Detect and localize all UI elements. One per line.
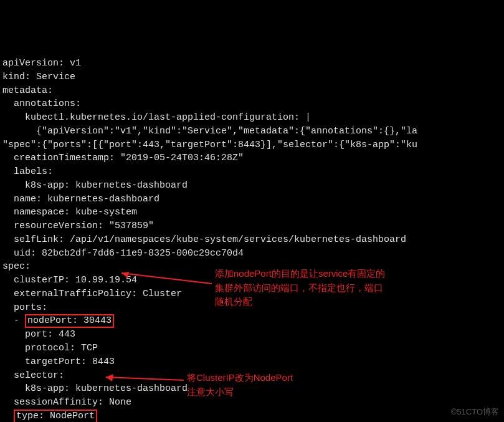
arrow-icon	[100, 371, 187, 390]
code-block: apiVersion: v1 kind: Service metadata: a…	[2, 57, 502, 422]
svg-line-2	[106, 377, 184, 380]
annotation-text: 添加nodePort的目的是让service有固定的	[215, 268, 385, 279]
code-line: {"apiVersion":"v1","kind":"Service","met…	[2, 126, 417, 137]
code-line: protocol: TCP	[2, 343, 98, 353]
code-line: labels:	[2, 166, 53, 177]
svg-marker-3	[106, 374, 113, 381]
highlight-nodeport: nodePort: 30443	[25, 314, 114, 328]
code-line	[2, 411, 14, 421]
code-line: creationTimestamp: "2019-05-24T03:46:28Z…	[2, 153, 244, 163]
code-line: -	[2, 315, 25, 326]
code-line: ports:	[2, 302, 47, 313]
code-line: metadata:	[2, 85, 53, 96]
highlight-type: type: NodePort	[14, 410, 97, 422]
code-line: apiVersion: v1	[2, 58, 81, 69]
watermark: ©51CTO博客	[451, 406, 499, 418]
code-line: resourceVersion: "537859"	[2, 221, 154, 231]
code-line: uid: 82bcb2df-7dd6-11e9-8325-000c29cc70d…	[2, 248, 244, 259]
code-line: targetPort: 8443	[2, 357, 115, 367]
code-line: spec:	[2, 261, 31, 272]
code-line: namespace: kube-system	[2, 207, 137, 218]
annotation-text: 将ClusterIP改为NodePort	[187, 372, 293, 383]
code-line: annotations:	[2, 98, 81, 109]
code-line: kind: Service	[2, 72, 75, 82]
svg-line-0	[121, 273, 212, 284]
annotation-text: 注意大小写	[187, 386, 234, 397]
code-line: sessionAffinity: None	[2, 397, 131, 408]
annotation-text: 集群外部访问的端口，不指定也行，端口	[215, 282, 383, 293]
code-line: selfLink: /api/v1/namespaces/kube-system…	[2, 234, 406, 245]
code-line: port: 443	[2, 329, 75, 340]
code-line: kubectl.kubernetes.io/last-applied-confi…	[2, 112, 311, 123]
annotation-text: 随机分配	[215, 296, 252, 307]
code-line: selector:	[2, 370, 64, 381]
arrow-icon	[115, 268, 215, 293]
code-line: k8s-app: kubernetes-dashboard	[2, 180, 188, 191]
annotation-nodeport: 添加nodePort的目的是让service有固定的 集群外部访问的端口，不指定…	[215, 267, 483, 309]
annotation-type: 将ClusterIP改为NodePort 注意大小写	[187, 371, 405, 399]
code-line: name: kubernetes-dashboard	[2, 194, 159, 204]
code-line: "spec":{"ports":[{"port":443,"targetPort…	[2, 140, 417, 150]
